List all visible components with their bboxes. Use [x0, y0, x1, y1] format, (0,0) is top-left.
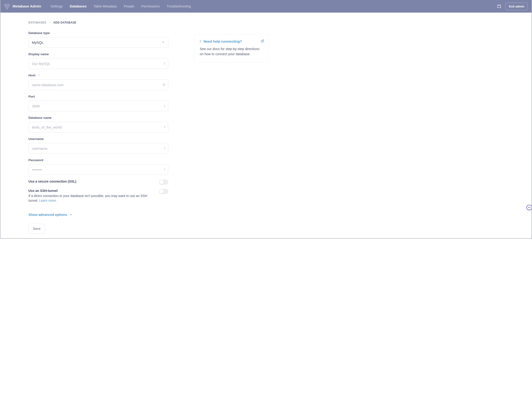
store-icon[interactable] [497, 4, 501, 8]
svg-point-3 [4, 5, 5, 6]
svg-point-12 [7, 9, 7, 10]
label-username: Username [28, 137, 168, 141]
db-type-value: MySQL [32, 41, 44, 44]
svg-rect-13 [498, 5, 501, 8]
display-name-input[interactable] [28, 58, 168, 69]
db-name-input[interactable] [28, 122, 168, 133]
svg-point-0 [5, 4, 6, 5]
password-input[interactable] [28, 164, 168, 175]
nav-settings[interactable]: Settings [51, 5, 63, 8]
info-icon: i [200, 40, 201, 43]
breadcrumb-root[interactable]: DATABASES [28, 21, 46, 24]
label-display-name: Display name [28, 52, 168, 56]
svg-point-4 [6, 5, 6, 6]
nav-permissions[interactable]: Permissions [141, 5, 160, 8]
ssh-description: If a direct connection to your database … [28, 193, 154, 203]
ssh-toggle[interactable] [159, 189, 168, 194]
ssl-toggle[interactable] [159, 180, 168, 185]
host-input[interactable] [28, 79, 168, 90]
label-password: Password [28, 158, 168, 162]
label-db-name: Database name [28, 116, 168, 119]
svg-point-1 [7, 4, 7, 5]
db-type-select[interactable]: MySQL [28, 37, 168, 48]
show-advanced-options-link[interactable]: Show advanced options [28, 213, 73, 217]
svg-point-6 [9, 5, 10, 6]
svg-point-10 [6, 8, 6, 8]
metabase-logo-icon [4, 3, 10, 10]
svg-point-9 [8, 6, 9, 7]
label-ssl: Use a secure connection (SSL) [28, 180, 154, 183]
chevron-right-icon [49, 21, 51, 24]
svg-point-8 [7, 6, 7, 7]
label-port: Port [28, 95, 168, 98]
nav-table-metadata[interactable]: Table Metadata [94, 5, 117, 8]
nav-items: Settings Databases Table Metadata People… [51, 5, 191, 8]
external-link-icon[interactable] [261, 39, 264, 43]
help-bubble-icon[interactable] [527, 205, 532, 210]
svg-point-11 [7, 8, 8, 8]
admin-top-nav: Metabase Admin Settings Databases Table … [0, 0, 532, 13]
label-db-type: Database type [28, 31, 168, 35]
svg-point-2 [8, 4, 9, 5]
label-ssh: Use an SSH-tunnel [28, 189, 154, 192]
nav-people[interactable]: People [124, 5, 134, 8]
info-icon: i [37, 74, 41, 77]
help-card: i Need help connecting? See our docs for… [194, 34, 269, 63]
svg-point-7 [5, 6, 6, 7]
nav-troubleshooting[interactable]: Troubleshooting [167, 5, 191, 8]
nav-databases[interactable]: Databases [70, 5, 87, 8]
save-button[interactable]: Save [28, 224, 45, 233]
port-input[interactable] [28, 101, 168, 111]
breadcrumb: DATABASES ADD DATABASE [28, 21, 168, 24]
exit-admin-button[interactable]: Exit admin [505, 3, 528, 10]
svg-line-14 [262, 40, 264, 41]
svg-point-5 [7, 5, 8, 6]
help-body: See our docs for step-by-step directions… [200, 47, 263, 57]
brand-title: Metabase Admin [13, 4, 41, 8]
chevron-down-icon [162, 41, 165, 44]
chevron-down-icon [69, 213, 73, 217]
label-host: Host [28, 74, 35, 77]
help-title-link[interactable]: Need help connecting? [203, 39, 242, 43]
ssh-learn-more-link[interactable]: Learn more [39, 199, 56, 202]
username-input[interactable] [28, 143, 168, 154]
breadcrumb-current: ADD DATABASE [53, 21, 76, 24]
